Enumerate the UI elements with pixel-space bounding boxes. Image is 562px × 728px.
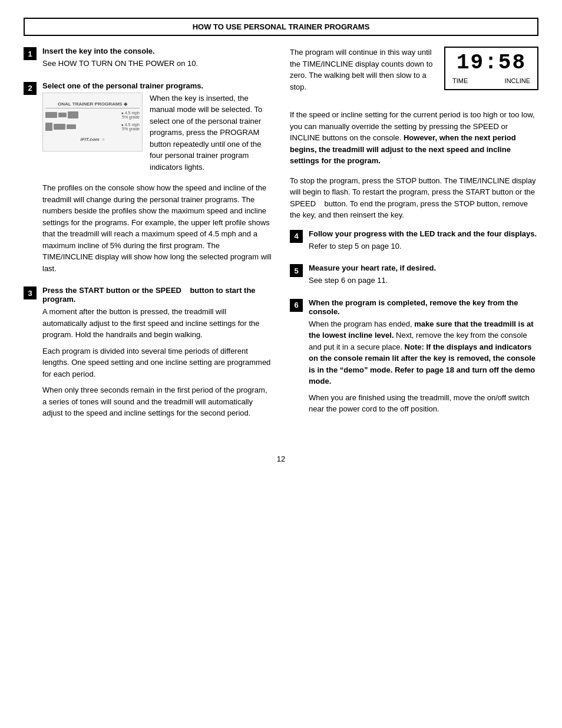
step-1-number: 1 (24, 47, 37, 60)
console-rows: ● 4.5 mph 5% grade (45, 111, 140, 142)
section-title: HOW TO USE PERSONAL TRAINER PROGRAMS (24, 18, 538, 36)
step-3-body2: Each program is divided into several tim… (42, 345, 272, 380)
step-3-body3: When only three seconds remain in the fi… (42, 384, 272, 419)
step-6-number: 6 (290, 299, 303, 312)
right-intro-text: The program will continue in this way un… (290, 47, 435, 101)
step-4-content: Follow your progress with the LED track … (309, 229, 538, 257)
step-5-heading: Measure your heart rate, if desired. (309, 263, 538, 272)
step-6-content: When the program is completed, remove th… (309, 298, 538, 420)
step-4-number: 4 (290, 230, 303, 243)
display-digits: 19:58 (452, 52, 530, 74)
display-time-label: TIME (452, 77, 468, 84)
step-1-content: Insert the key into the console. See HOW… (42, 47, 272, 74)
step-2: 2 Select one of the personal trainer pro… (24, 81, 272, 279)
display-labels: TIME INCLINE (452, 77, 530, 84)
step-4-heading: Follow your progress with the LED track … (309, 229, 538, 238)
step-3-body1: A moment after the button is pressed, th… (42, 306, 272, 341)
step-6: 6 When the program is completed, remove … (290, 298, 538, 420)
page-container: HOW TO USE PERSONAL TRAINER PROGRAMS 1 I… (24, 18, 538, 463)
right-intro-para2: If the speed or incline setting for the … (290, 109, 538, 167)
step-1-body: See HOW TO TURN ON THE POWER on 10. (42, 58, 272, 70)
right-column: The program will continue in this way un… (290, 47, 538, 431)
step-4: 4 Follow your progress with the LED trac… (290, 229, 538, 257)
console-title: ONAL TRAINER PROGRAMS ◆ (45, 101, 140, 108)
step-3-content: Press the START button or the SPEED butt… (42, 286, 272, 424)
two-column-layout: 1 Insert the key into the console. See H… (24, 47, 538, 431)
step-6-body1: When the program has ended, make sure th… (309, 318, 538, 387)
right-intro-row: The program will continue in this way un… (290, 47, 538, 101)
step-6-heading: When the program is completed, remove th… (309, 298, 538, 316)
step-3-heading: Press the START button or the SPEED butt… (42, 286, 272, 304)
step-6-bold2: Note: If the displays and indicators on … (309, 342, 535, 386)
step-6-body2: When you are finished using the treadmil… (309, 392, 538, 415)
console-bottom: iFIT.com ○ (45, 137, 140, 142)
step-2-body-part1: When the key is inserted, the manual mod… (150, 93, 272, 173)
page-footer: 12 (24, 454, 538, 463)
step-3-number: 3 (24, 286, 37, 299)
step-2-number: 2 (24, 82, 37, 95)
left-column: 1 Insert the key into the console. See H… (24, 47, 272, 431)
console-bar-1: ● 4.5 mph 5% grade (45, 111, 140, 119)
console-bar-2: ● 4.5 mph 5% grade (45, 123, 140, 131)
step-3: 3 Press the START button or the SPEED bu… (24, 286, 272, 424)
console-image: ONAL TRAINER PROGRAMS ◆ (42, 93, 143, 151)
step-2-content: Select one of the personal trainer progr… (42, 81, 272, 279)
step-2-heading: Select one of the personal trainer progr… (42, 81, 272, 90)
step-2-inline-row: ONAL TRAINER PROGRAMS ◆ (42, 93, 272, 178)
step-4-body: Refer to step 5 on page 10. (309, 241, 538, 252)
right-intro-para1: The program will continue in this way un… (290, 47, 435, 93)
step-5: 5 Measure your heart rate, if desired. S… (290, 263, 538, 291)
step-5-content: Measure your heart rate, if desired. See… (309, 263, 538, 291)
right-intro-para3: To stop the program, press the STOP butt… (290, 175, 538, 221)
right-intro-para2-bold: However, when the next period begins, th… (290, 133, 516, 165)
step-1: 1 Insert the key into the console. See H… (24, 47, 272, 74)
step-1-heading: Insert the key into the console. (42, 47, 272, 55)
step-6-bold1: make sure that the treadmill is at the l… (309, 319, 534, 340)
step-5-number: 5 (290, 264, 303, 277)
step-5-body: See step 6 on page 11. (309, 275, 538, 286)
display-incline-label: INCLINE (505, 77, 530, 84)
time-incline-display: 19:58 TIME INCLINE (444, 47, 538, 90)
step-2-body-part2: The profiles on the console show how the… (42, 182, 272, 274)
page-number: 12 (277, 454, 285, 463)
